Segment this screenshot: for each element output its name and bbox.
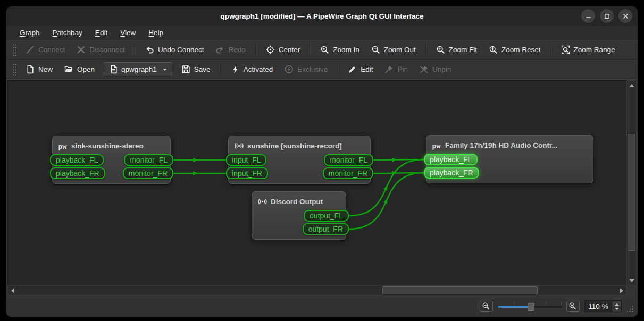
menu-help[interactable]: Help [143,27,169,38]
node-title-text: Family 17h/19h HD Audio Contr... [445,141,558,149]
zoom-range-icon [561,45,570,54]
graph-canvas-area: pwsink-sunshine-stereoplayback_FLplaybac… [6,79,638,296]
unpin-button: Unpin [414,62,456,77]
title-bar[interactable]: qpwgraph1 [modified] — A PipeWire Graph … [6,6,638,26]
zoom-out-icon [371,45,380,54]
arrow-right-icon [620,288,623,293]
connect-button: Connect [20,43,70,57]
center-button[interactable]: Center [261,43,306,57]
menu-graph[interactable]: Graph [14,27,46,38]
node-ports: playback_FLplayback_FRmonitor_FLmonitor_… [53,154,170,179]
exclusive-button: Exclusive [279,62,333,77]
arrow-up-icon [629,84,634,87]
port-output-fr[interactable]: output_FR [303,223,349,235]
minimize-icon [584,12,593,21]
node-family-hd-audio[interactable]: pwFamily 17h/19h HD Audio Contr...playba… [426,135,593,183]
node-title: sunshine [sunshine-record] [234,140,365,152]
port-playback-fl[interactable]: playback_FL [424,154,478,165]
menu-view[interactable]: View [114,27,141,38]
node-ports: output_FLoutput_FR [252,210,346,235]
scroll-down-button[interactable] [627,276,636,285]
maximize-button[interactable] [600,9,614,23]
pipewire-icon: pw [58,141,68,151]
zoom-in-button[interactable] [566,301,580,312]
pin-button: Pin [379,62,413,77]
scroll-right-button[interactable] [617,286,626,295]
pipewire-icon: pw [432,140,442,150]
port-monitor-fl[interactable]: monitor_FL [324,154,373,166]
edit-label: Edit [361,65,373,73]
patchbay-selector-value: qpwgraph1 [121,65,157,73]
disconnect-icon [77,45,86,54]
zoom-spin-buttons[interactable] [612,300,622,312]
vertical-scrollbar[interactable] [626,80,637,285]
new-label: New [38,65,53,73]
save-icon [181,65,190,74]
zoom-slider-fill [498,306,531,308]
zoom-out-button[interactable]: Zoom Out [366,43,421,57]
port-playback-fr[interactable]: playback_FR [424,167,479,179]
toolbar-separator [310,44,311,56]
zoom-value[interactable]: 110 % [584,300,612,312]
node-discord-output[interactable]: Discord Outputoutput_FLoutput_FR [252,191,346,240]
scroll-up-button[interactable] [627,81,636,90]
redo-icon [215,45,224,54]
toolbar-graph: ConnectDisconnectUndo ConnectRedoCenterZ… [6,40,638,60]
close-icon [621,12,630,21]
port-monitor-fr[interactable]: monitor_FR [323,167,373,179]
port-monitor-fl[interactable]: monitor_FL [124,154,173,166]
connect-label: Connect [38,46,65,54]
port-playback-fr[interactable]: playback_FR [50,167,105,179]
node-sink-sunshine-stereo[interactable]: pwsink-sunshine-stereoplayback_FLplaybac… [52,136,171,184]
port-playback-fl[interactable]: playback_FL [50,154,104,166]
spin-down-icon [615,308,619,310]
port-input-fl[interactable]: input_FL [226,154,266,166]
open-icon [64,65,73,74]
open-button[interactable]: Open [59,62,100,77]
scroll-left-button[interactable] [8,286,17,295]
zoom-slider-handle[interactable] [528,303,534,311]
toolbar-drag-handle[interactable] [12,43,16,57]
menu-patchbay[interactable]: Patchbay [47,27,88,38]
zoom-range-button[interactable]: Zoom Range [556,43,621,57]
activated-button[interactable]: Activated [225,62,279,77]
vertical-scrollbar-thumb[interactable] [628,134,635,251]
toolbar-separator [220,63,221,76]
patchbay-file-icon [109,65,118,74]
port-input-fr[interactable]: input_FR [226,167,268,179]
window-resize-grip[interactable] [626,305,634,313]
zoom-fit-button[interactable]: Zoom Fit [431,43,482,57]
chevron-down-icon [163,69,167,71]
port-monitor-fr[interactable]: monitor_FR [123,167,173,179]
zoom-reset-button[interactable]: Zoom Reset [483,43,546,57]
minimize-button[interactable] [581,9,595,23]
horizontal-scrollbar-thumb[interactable] [382,286,538,294]
node-ports: playback_FLplayback_FR [426,154,593,179]
horizontal-scrollbar[interactable] [7,285,626,295]
node-title-text: Discord Output [271,198,323,206]
zoom-in-label: Zoom In [333,46,359,54]
magnifier-plus-icon [568,302,578,311]
zoom-out-button[interactable] [480,301,493,312]
toolbar-separator [425,44,426,56]
graph-view[interactable]: pwsink-sunshine-stereoplayback_FLplaybac… [7,80,626,285]
close-button[interactable] [618,9,632,23]
toolbar-separator [550,44,551,56]
port-output-fl[interactable]: output_FL [304,210,349,222]
undo-connect-button[interactable]: Undo Connect [140,43,209,57]
app-window: qpwgraph1 [modified] — A PipeWire Graph … [6,6,638,317]
zoom-spinbox: 110 % [584,300,622,312]
new-icon [26,65,35,74]
toolbar-drag-handle[interactable] [12,63,16,77]
maximize-icon [603,12,612,21]
edit-button[interactable]: Edit [342,62,378,77]
zoom-slider[interactable] [498,301,562,312]
menu-edit[interactable]: Edit [89,27,113,38]
node-title-text: sunshine [sunshine-record] [247,142,342,150]
toolbar-separator [337,63,338,76]
zoom-in-button[interactable]: Zoom In [315,43,365,57]
node-sunshine[interactable]: sunshine [sunshine-record]input_FLinput_… [228,136,371,184]
patchbay-selector[interactable]: qpwgraph1 [104,62,172,77]
save-button[interactable]: Save [176,62,216,77]
new-button[interactable]: New [20,62,58,77]
